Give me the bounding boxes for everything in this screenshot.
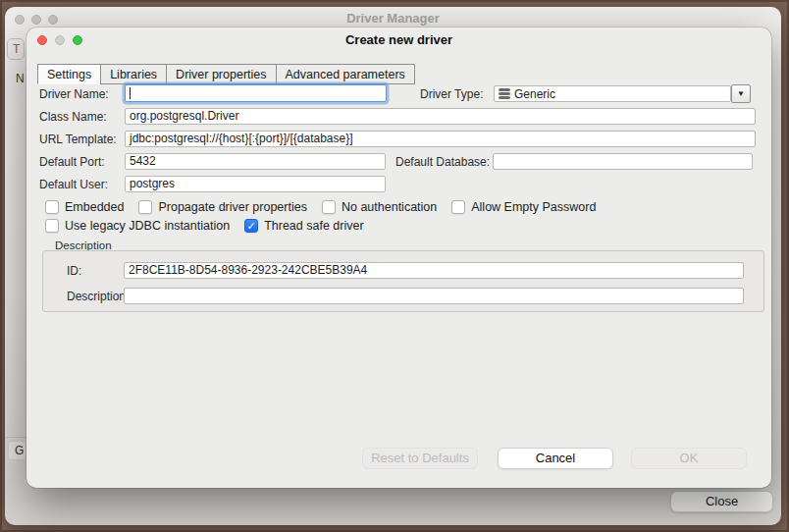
default-port-label: Default Port:: [39, 155, 105, 169]
zoom-window-icon[interactable]: [48, 15, 58, 25]
driver-name-label: Driver Name:: [39, 87, 109, 101]
driver-type-label: Driver Type:: [420, 87, 483, 101]
dialog-titlebar: Create new driver: [26, 27, 771, 53]
checkbox-box[interactable]: [451, 200, 465, 214]
tab-libraries[interactable]: Libraries: [100, 64, 167, 84]
driver-type-dropdown-icon[interactable]: ▼: [731, 84, 751, 103]
divider: [6, 437, 26, 438]
checkbox-row-2: Use legacy JDBC instantiation ✓ Thread s…: [45, 219, 364, 233]
zoom-dialog-icon[interactable]: [73, 35, 82, 45]
reset-to-defaults-button: Reset to Defaults: [362, 448, 478, 469]
tab-driver-properties[interactable]: Driver properties: [166, 64, 276, 84]
minimize-dialog-icon: [55, 35, 65, 45]
id-input[interactable]: 2F8CE11B-8D54-8936-2923-242CBE5B39A4: [124, 262, 744, 279]
checkbox-box[interactable]: [138, 200, 152, 214]
url-template-label: URL Template:: [39, 133, 117, 146]
description-group-box: ID: 2F8CE11B-8D54-8936-2923-242CBE5B39A4…: [42, 250, 764, 312]
driver-type-value: Generic: [514, 87, 555, 101]
default-database-label: Default Database:: [395, 155, 490, 169]
tab-advanced-parameters[interactable]: Advanced parameters: [276, 64, 415, 84]
checkbox-allow-empty-password[interactable]: Allow Empty Password: [451, 200, 596, 214]
database-icon: [499, 88, 510, 100]
class-name-label: Class Name:: [39, 110, 107, 124]
checkbox-thread-safe-driver[interactable]: ✓ Thread safe driver: [244, 219, 363, 233]
checkbox-checked-icon[interactable]: ✓: [244, 219, 258, 233]
checkbox-box[interactable]: [45, 200, 59, 214]
description-input[interactable]: [124, 288, 744, 304]
default-database-input[interactable]: [493, 153, 753, 170]
ok-button: OK: [631, 448, 747, 469]
checkbox-embedded[interactable]: Embedded: [45, 200, 124, 214]
cancel-button[interactable]: Cancel: [498, 448, 613, 469]
driver-type-select[interactable]: Generic: [494, 85, 731, 102]
text-caret: [130, 87, 131, 99]
id-label: ID:: [67, 264, 81, 278]
driver-name-input[interactable]: [125, 84, 387, 102]
checkbox-box[interactable]: [45, 219, 59, 233]
close-window-icon[interactable]: [15, 15, 25, 25]
toolbar-fragment: T: [7, 38, 25, 60]
default-port-input[interactable]: 5432: [125, 153, 386, 170]
checkbox-no-authentication[interactable]: No authentication: [322, 200, 437, 214]
create-new-driver-dialog: Create new driver Settings Libraries Dri…: [26, 27, 771, 488]
minimize-window-icon[interactable]: [31, 15, 41, 25]
checkbox-row-1: Embedded Propagate driver properties No …: [45, 200, 596, 214]
checkbox-use-legacy-jdbc-instantiation[interactable]: Use legacy JDBC instantiation: [45, 219, 230, 233]
default-user-label: Default User:: [39, 178, 108, 191]
close-dialog-icon[interactable]: [37, 35, 47, 45]
dialog-title: Create new driver: [26, 27, 771, 52]
tab-bar: Settings Libraries Driver properties Adv…: [37, 64, 415, 84]
description-label: Description:: [67, 290, 129, 303]
class-name-input[interactable]: org.postgresql.Driver: [125, 108, 756, 125]
screenshot-frame: Driver Manager T N G Close Create new dr…: [0, 0, 789, 532]
checkbox-propagate-driver-properties[interactable]: Propagate driver properties: [138, 200, 306, 214]
tab-settings[interactable]: Settings: [37, 64, 101, 84]
close-button[interactable]: Close: [670, 491, 773, 512]
name-column-fragment: N: [16, 72, 25, 85]
default-user-input[interactable]: postgres: [125, 176, 386, 192]
url-template-input[interactable]: jdbc:postgresql://{host}[:{port}]/[{data…: [125, 131, 756, 147]
bottom-fragment: G: [8, 441, 26, 460]
checkbox-box[interactable]: [322, 200, 336, 214]
